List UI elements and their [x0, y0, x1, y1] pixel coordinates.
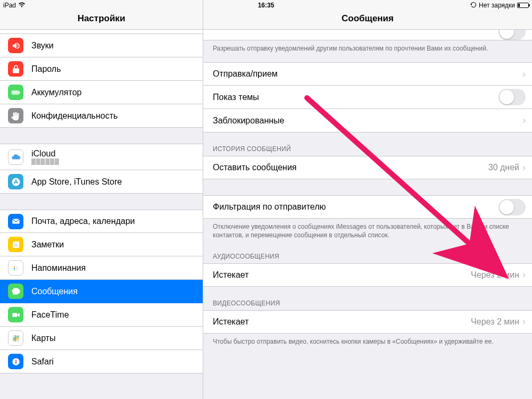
- sidebar-item-label: Safari: [31, 357, 195, 367]
- sidebar-item-messages[interactable]: Сообщения: [0, 280, 203, 303]
- svg-rect-9: [13, 265, 19, 271]
- mail-icon: [8, 214, 23, 229]
- detail-pane: Сообщения Разрешать отправку уведомлений…: [203, 0, 532, 399]
- row-label: Заблокированные: [213, 116, 522, 126]
- lock-icon: [8, 61, 23, 77]
- footer-video: Чтобы быстро отправить видео, коснитесь …: [203, 334, 532, 346]
- svg-rect-4: [12, 219, 20, 224]
- battery-icon: [517, 3, 529, 8]
- row-value: Через 2 мин: [471, 317, 519, 327]
- svg-rect-16: [12, 313, 17, 317]
- row-sendreceive[interactable]: Отправка/прием›: [203, 62, 532, 86]
- chevron-right-icon: ›: [522, 316, 526, 327]
- bubble-icon: [8, 284, 23, 299]
- battery-icon: [8, 85, 23, 100]
- row-keep-messages[interactable]: Оставить сообщения 30 дней ›: [203, 156, 532, 179]
- toggle-filter-unknown[interactable]: [498, 199, 526, 215]
- row-label: Показ темы: [213, 93, 498, 102]
- sidebar-item-label: Пароль: [31, 64, 195, 74]
- sidebar-item-label: Звуки: [31, 41, 195, 51]
- row-video-expire[interactable]: Истекает Через 2 мин ›: [203, 310, 532, 334]
- video-icon: [8, 307, 23, 322]
- footer-read-receipts: Разрешать отправку уведомлений другим по…: [203, 40, 532, 53]
- chevron-right-icon: ›: [522, 115, 526, 126]
- sidebar-item-maps[interactable]: Карты: [0, 327, 203, 350]
- sidebar-item-label: Аккумулятор: [31, 88, 195, 97]
- row-label: Оставить сообщения: [213, 163, 488, 172]
- sidebar-title: Настройки: [78, 13, 126, 24]
- row-value: Через 2 мин: [471, 270, 519, 280]
- svg-rect-5: [13, 242, 19, 248]
- sidebar-item-reminders[interactable]: Напоминания: [0, 256, 203, 280]
- svg-point-12: [13, 269, 14, 270]
- chevron-right-icon: ›: [522, 69, 526, 80]
- sidebar-item-stores[interactable]: App Store, iTunes Store: [0, 170, 203, 194]
- row-value: 30 дней: [488, 163, 519, 172]
- hand-icon: [8, 108, 23, 123]
- section-header-audio: АУДИОСООБЩЕНИЯ: [203, 250, 532, 263]
- toggle-subject[interactable]: [498, 89, 526, 105]
- wifi-icon: [18, 2, 26, 9]
- sidebar-item-label: Карты: [31, 334, 195, 343]
- row-read-receipts-partial[interactable]: [203, 30, 532, 40]
- row-subject[interactable]: Показ темы: [203, 86, 532, 109]
- toggle-read-receipts[interactable]: [498, 30, 526, 40]
- section-header-video: ВИДЕОСООБЩЕНИЯ: [203, 296, 532, 310]
- sidebar-item-label: Сообщения: [31, 287, 195, 296]
- detail-title: Сообщения: [342, 13, 394, 24]
- sidebar-item-label: iCloud: [31, 149, 195, 159]
- sidebar-item-sounds[interactable]: Звуки: [0, 34, 203, 57]
- sidebar-item-privacy[interactable]: Конфиденциальность: [0, 104, 203, 128]
- settings-sidebar: Настройки ЗвукиПарольАккумуляторКонфиден…: [0, 0, 203, 399]
- svg-rect-2: [13, 92, 18, 93]
- footer-filter: Отключение уведомления о сообщениях iMes…: [203, 219, 532, 239]
- sidebar-item-passcode[interactable]: Пароль: [0, 57, 203, 81]
- svg-point-11: [13, 268, 14, 269]
- sidebar-item-label: FaceTime: [31, 310, 195, 320]
- appstore-icon: [8, 174, 23, 189]
- sidebar-item-label: Заметки: [31, 240, 195, 250]
- row-label: Фильтрация по отправителю: [213, 202, 498, 212]
- svg-rect-1: [19, 92, 20, 93]
- row-blocked[interactable]: Заблокированные›: [203, 109, 532, 132]
- chevron-right-icon: ›: [522, 162, 526, 173]
- row-label: Отправка/прием: [213, 69, 522, 79]
- speaker-icon: [8, 38, 23, 53]
- sidebar-item-label: Напоминания: [31, 263, 195, 273]
- row-audio-expire[interactable]: Истекает Через 2 мин ›: [203, 263, 532, 287]
- sidebar-item-notes[interactable]: Заметки: [0, 233, 203, 256]
- device-label: iPad: [3, 2, 16, 9]
- sync-icon: [470, 2, 477, 10]
- map-icon: [8, 330, 23, 346]
- sidebar-item-icloud[interactable]: iCloud██████: [0, 144, 203, 170]
- reminders-icon: [8, 260, 23, 276]
- sidebar-item-label: Конфиденциальность: [31, 111, 195, 121]
- sidebar-item-label: App Store, iTunes Store: [31, 177, 195, 187]
- notes-icon: [8, 237, 23, 252]
- sidebar-item-facetime[interactable]: FaceTime: [0, 303, 203, 327]
- status-bar: iPad 16:35 Нет зарядки: [0, 0, 532, 11]
- svg-point-10: [13, 266, 14, 267]
- cloud-icon: [8, 149, 23, 165]
- chevron-right-icon: ›: [522, 269, 526, 280]
- charging-label: Нет зарядки: [479, 2, 515, 9]
- row-label: Истекает: [213, 317, 471, 327]
- row-label: Истекает: [213, 270, 471, 280]
- compass-icon: [8, 354, 23, 369]
- section-header-history: ИСТОРИЯ СООБЩЕНИЙ: [203, 142, 532, 156]
- sidebar-item-battery[interactable]: Аккумулятор: [0, 81, 203, 104]
- sidebar-item-safari[interactable]: Safari: [0, 350, 203, 373]
- icloud-account-redacted: ██████: [31, 159, 195, 165]
- sidebar-item-mail[interactable]: Почта, адреса, календари: [0, 210, 203, 233]
- row-filter-unknown[interactable]: Фильтрация по отправителю: [203, 195, 532, 219]
- clock: 16:35: [258, 2, 275, 9]
- sidebar-item-label: Почта, адреса, календари: [31, 217, 195, 226]
